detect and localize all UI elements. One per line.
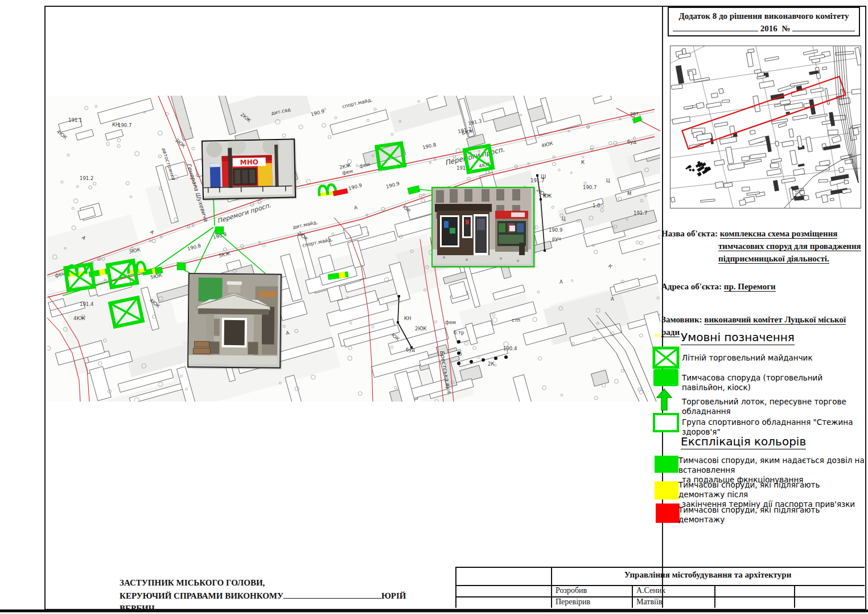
location-inset-map [670,46,861,208]
role-cell: Перевірив [551,597,632,607]
map-label: Ц [606,178,610,183]
map-label: 191.7 [633,210,647,216]
boundary-dot [457,340,460,343]
map-label: стп [512,317,520,323]
yellow-dash [655,334,661,337]
object-name-label: Назва об'єкта: [661,229,718,238]
temporary-structure-symbol [177,263,186,270]
inset-building [671,197,675,202]
map-label: 190.9 [549,227,562,233]
map-label: 2К [488,361,494,367]
inset-building [775,141,779,146]
map-label: К [581,159,585,165]
map-label: 1.0 [593,203,600,208]
legend-item-label: Літній торговельний майданчик [682,353,858,363]
map-label: 4КЖ [73,316,85,321]
trash-bin [519,243,525,255]
map-label: 191.4 [80,301,93,307]
map-label: А [611,296,614,302]
map-label: М [627,191,631,197]
inset-building [715,182,723,189]
inset-building [822,67,827,69]
map-label: авт. [630,110,640,116]
legend-title: Умовні позначення [681,330,795,345]
inset-building [742,156,750,161]
temporary-structure-symbol [215,227,224,234]
inset-building [844,180,849,184]
color-legend-title: Експлікація кольорів [681,435,806,449]
document-header-box: Додаток 8 до рішення виконавчого комітет… [668,7,860,36]
green-rect-symbol [652,368,680,387]
map-label: 191.2 [80,175,93,181]
signature-block: ЗАСТУПНИК МІСЬКОГО ГОЛОВИ, КЕРУЮЧИЙ СПРА… [120,576,438,614]
photo-kiosk-brown-pair [431,187,534,267]
boundary-dot [494,357,497,360]
crossed-box-symbol [652,346,680,369]
kiosk-sign-text: МНО [240,158,258,167]
object-info-block: Назва об'єкта: комплексна схема розміщен… [661,228,865,339]
header-line2: 2016 № [669,23,859,35]
inset-building [818,179,828,182]
map-label: КЖ [543,193,552,199]
boundary-dot [457,362,460,365]
signature-line1: ЗАСТУПНИК МІСЬКОГО ГОЛОВИ, [120,576,438,590]
inset-building [682,48,686,54]
inset-building [830,198,834,201]
inset-building [742,187,750,191]
inset-building [821,195,828,203]
map-label: КН [112,122,119,128]
inset-building [722,100,730,103]
inset-building [719,88,724,94]
map-label: КН [404,316,411,321]
inset-building [816,165,829,170]
green-arrow-symbol [656,388,673,411]
color-swatch-yellow [655,481,678,500]
kiosk-yellow-panel [258,163,273,186]
inset-building [750,130,755,134]
kiosk-left [435,204,492,255]
inset-building [804,195,809,200]
inset-building [828,130,838,135]
signature-line2: КЕРУЮЧИЙ СПРАВАМИ ВИКОНКОМУЮРІЙ ВЕРБИЧ [120,590,438,614]
boundary-dot [504,355,508,359]
photo-kiosk-ornate [187,273,282,369]
inset-building [800,190,805,195]
object-name-value: комплексна схема розміщення [720,229,838,239]
boundary-dot [482,358,485,362]
map-label: буд [627,139,636,145]
map-label: 191.1 [68,117,82,123]
map-label: руч [552,236,561,241]
inset-building [851,89,861,95]
customer-label: Замовник: [661,315,702,324]
role-cell: Розробив [551,586,632,595]
object-address-value: пр. Перемоги [724,282,776,292]
map-label: буд [406,347,415,353]
temporary-structure-symbol [155,267,163,274]
header-line1: Додаток 8 до рішення виконавчого комітет… [669,10,859,23]
inset-building [853,128,859,135]
photo-kiosk-red-yellow: МНО [201,138,296,199]
map-label: Ш [541,174,546,179]
inset-building [739,199,746,206]
color-swatch-green [655,456,678,473]
inset-building [711,93,718,98]
map-label: б.тр [454,330,464,335]
plan-sheet: 191.1191.1191.2191.2191.3190.7190.7190.8… [0,0,868,614]
object-address-label: Адреса об'єкта: [661,282,722,291]
color-swatch-red [656,504,680,523]
map-canvas: 191.1191.1191.2191.2191.3190.7190.7190.8… [47,96,660,402]
map-label: 190.4 [503,346,517,351]
map-label: фем [445,320,456,325]
map-label: 2ЮК [415,326,427,331]
snow-ground [188,355,277,365]
map-label: Ц [562,216,566,222]
name-cell: Матвіїв [632,597,714,607]
map-label: 190.7 [118,122,131,128]
name-cell: А.Сеник [632,586,714,595]
boundary-dot [470,360,473,363]
boundary-dot [457,351,460,355]
map-label: А [560,279,563,285]
outlined-rect-symbol [652,412,680,433]
inset-building [839,167,845,173]
department-cell: Управління містобудування та архітектури [551,570,865,580]
